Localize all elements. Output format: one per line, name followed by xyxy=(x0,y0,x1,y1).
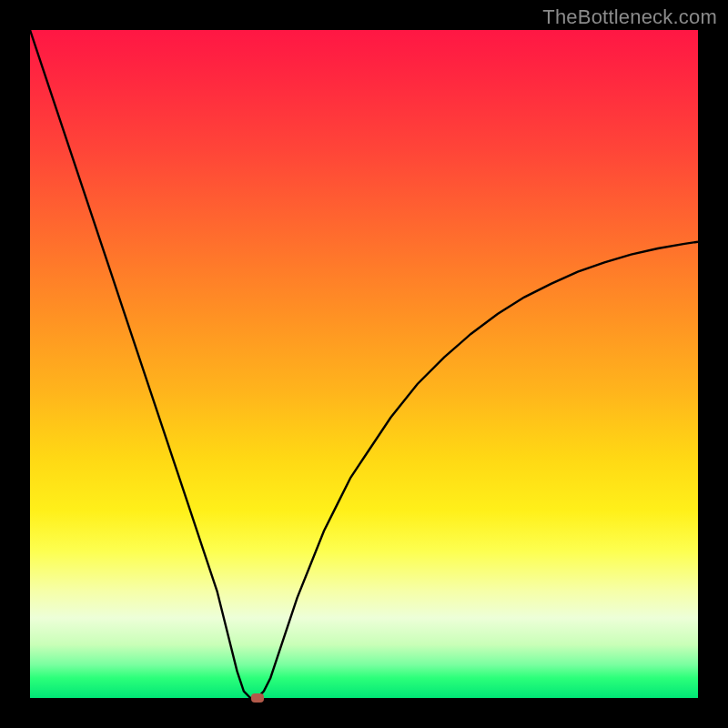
optimal-point-marker xyxy=(251,693,264,703)
chart-frame: TheBottleneck.com xyxy=(0,0,728,728)
chart-plot-area xyxy=(30,30,698,698)
watermark-text: TheBottleneck.com xyxy=(542,5,717,29)
